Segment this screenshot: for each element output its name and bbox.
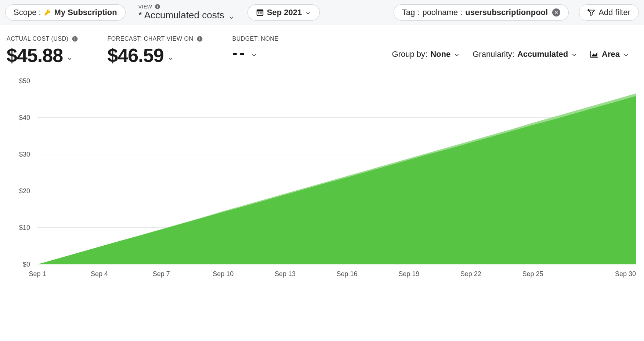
view-value: * Accumulated costs <box>138 10 224 21</box>
x-tick: Sep 10 <box>213 270 234 278</box>
x-tick: Sep 30 <box>615 270 636 278</box>
y-tick: $10 <box>19 224 30 232</box>
date-value: Sep 2021 <box>267 8 302 17</box>
chevron-down-icon <box>228 12 235 19</box>
kpi-budget-dropdown[interactable]: -- <box>232 44 279 62</box>
area-chart-icon <box>590 51 599 58</box>
chart-container: $0$10$20$30$40$50 Sep 1Sep 4Sep 7Sep 10S… <box>0 66 644 290</box>
chevron-down-icon <box>623 51 629 58</box>
svg-rect-12 <box>75 37 75 38</box>
key-icon <box>44 9 51 16</box>
add-filter-label: Add filter <box>598 8 630 17</box>
view-label: VIEW <box>138 4 152 10</box>
kpi-actual-cost: ACTUAL COST (USD) $45.88 <box>7 36 78 66</box>
scope-pill[interactable]: Scope : My Subscription <box>5 4 126 21</box>
kpi-row: ACTUAL COST (USD) $45.88 FORECAST: CHART… <box>0 25 644 66</box>
kpi-forecast-label-row: FORECAST: CHART VIEW ON <box>108 36 203 42</box>
chevron-down-icon <box>453 51 460 58</box>
kpi-budget: BUDGET: NONE -- <box>232 36 279 62</box>
svg-rect-5 <box>258 12 259 14</box>
scope-prefix: Scope : <box>14 8 41 17</box>
tag-cell: Tag : poolname : usersubscriptionpool <box>388 2 574 23</box>
svg-rect-15 <box>199 37 200 38</box>
view-cell: VIEW * Accumulated costs <box>131 2 242 23</box>
x-axis: Sep 1Sep 4Sep 7Sep 10Sep 13Sep 16Sep 19S… <box>37 268 636 286</box>
tag-filter-pill[interactable]: Tag : poolname : usersubscriptionpool <box>394 4 569 21</box>
x-tick: Sep 25 <box>522 270 543 278</box>
svg-rect-14 <box>199 38 200 40</box>
granularity-value: Accumulated <box>517 50 568 59</box>
y-tick: $20 <box>19 187 30 195</box>
chevron-down-icon <box>571 51 578 58</box>
groupby-value: None <box>430 50 451 59</box>
kpi-actual-label: ACTUAL COST (USD) <box>7 36 69 42</box>
x-tick: Sep 16 <box>337 270 358 278</box>
info-icon <box>196 36 203 42</box>
tag-key: poolname : <box>422 8 462 17</box>
info-icon <box>155 4 160 10</box>
scope-cell: Scope : My Subscription <box>0 2 131 23</box>
x-tick: Sep 4 <box>91 270 108 278</box>
date-pill[interactable]: Sep 2021 <box>247 4 320 21</box>
y-tick: $40 <box>19 114 30 122</box>
svg-rect-11 <box>75 38 75 40</box>
y-tick: $30 <box>19 151 30 158</box>
kpi-actual-dropdown[interactable]: $45.88 <box>7 44 78 66</box>
chevron-down-icon <box>305 9 311 16</box>
y-axis: $0$10$20$30$40$50 <box>4 81 34 264</box>
area-svg <box>37 81 636 264</box>
y-tick: $50 <box>19 77 30 85</box>
x-tick: Sep 7 <box>153 270 170 278</box>
tag-value: usersubscriptionpool <box>465 8 548 17</box>
cost-chart: $0$10$20$30$40$50 Sep 1Sep 4Sep 7Sep 10S… <box>4 81 640 286</box>
chevron-down-icon <box>251 52 257 58</box>
svg-rect-6 <box>260 12 261 14</box>
y-tick: $0 <box>23 261 30 268</box>
x-tick: Sep 13 <box>275 270 296 278</box>
svg-rect-2 <box>157 5 158 6</box>
kpi-forecast-value: $46.59 <box>108 44 164 66</box>
granularity-dropdown[interactable]: Granularity: Accumulated <box>473 50 578 59</box>
remove-tag-button[interactable] <box>552 8 560 16</box>
kpi-budget-label: BUDGET: NONE <box>232 36 279 42</box>
svg-rect-1 <box>157 6 158 8</box>
view-dropdown[interactable]: * Accumulated costs <box>138 10 235 21</box>
toolbar: Scope : My Subscription VIEW * Accumulat… <box>0 0 644 25</box>
svg-rect-4 <box>257 10 263 12</box>
kpi-forecast-label: FORECAST: CHART VIEW ON <box>108 36 193 42</box>
kpi-actual-value: $45.88 <box>7 44 63 66</box>
svg-rect-7 <box>261 12 262 14</box>
x-tick: Sep 1 <box>29 270 46 278</box>
scope-value: My Subscription <box>54 8 117 17</box>
filter-icon <box>587 8 596 16</box>
chart-controls: Group by: None Granularity: Accumulated … <box>392 36 637 59</box>
groupby-label: Group by: <box>392 50 428 59</box>
chevron-down-icon <box>167 55 174 62</box>
kpi-budget-label-row: BUDGET: NONE <box>232 36 279 42</box>
kpi-forecast: FORECAST: CHART VIEW ON $46.59 <box>108 36 203 66</box>
add-filter-cell: Add filter <box>574 2 644 23</box>
kpi-forecast-dropdown[interactable]: $46.59 <box>108 44 203 66</box>
plot-area <box>37 81 636 264</box>
charttype-dropdown[interactable]: Area <box>590 50 629 59</box>
calendar-icon <box>256 8 264 16</box>
tag-prefix: Tag : <box>402 8 420 17</box>
x-tick: Sep 19 <box>398 270 419 278</box>
view-label-row: VIEW <box>138 4 160 10</box>
date-cell: Sep 2021 <box>242 2 325 23</box>
info-icon <box>72 36 78 42</box>
groupby-dropdown[interactable]: Group by: None <box>392 50 460 59</box>
kpi-actual-label-row: ACTUAL COST (USD) <box>7 36 78 42</box>
x-tick: Sep 22 <box>460 270 481 278</box>
add-filter-button[interactable]: Add filter <box>579 4 639 21</box>
kpi-budget-value: -- <box>232 44 247 62</box>
charttype-value: Area <box>602 50 620 59</box>
granularity-label: Granularity: <box>473 50 514 59</box>
chevron-down-icon <box>66 55 73 62</box>
